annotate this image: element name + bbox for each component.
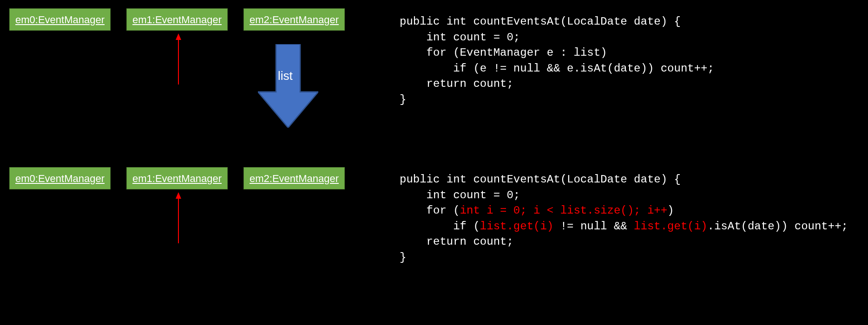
object-box-em0-top: em0:EventManager bbox=[9, 8, 111, 31]
object-box-em2-top: em2:EventManager bbox=[243, 8, 345, 31]
red-arrow-bottom bbox=[174, 192, 183, 243]
object-box-em0-bottom: em0:EventManager bbox=[9, 167, 111, 189]
svg-marker-5 bbox=[176, 192, 181, 199]
code-block-after: public int countEventsAt(LocalDate date)… bbox=[400, 172, 848, 266]
object-box-em1-top: em1:EventManager bbox=[126, 8, 228, 31]
red-arrow-top bbox=[174, 33, 183, 84]
svg-marker-0 bbox=[258, 44, 318, 128]
list-arrow-label: list bbox=[278, 69, 293, 83]
code-block-before: public int countEventsAt(LocalDate date)… bbox=[400, 14, 714, 108]
object-box-em1-bottom: em1:EventManager bbox=[126, 167, 228, 189]
list-arrow-icon bbox=[258, 44, 318, 128]
object-box-em2-bottom: em2:EventManager bbox=[243, 167, 345, 189]
svg-marker-3 bbox=[176, 33, 181, 40]
